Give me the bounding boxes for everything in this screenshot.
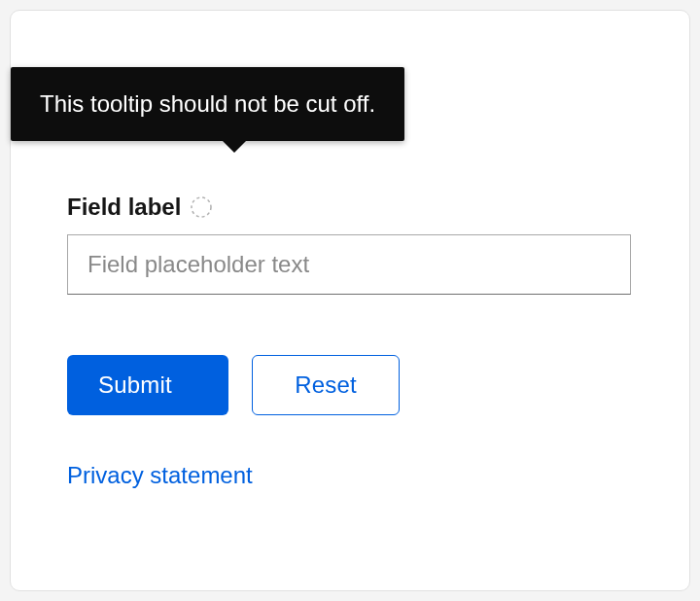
button-row: Submit Reset (67, 355, 689, 415)
help-icon[interactable] (191, 196, 212, 218)
tooltip: This tooltip should not be cut off. (11, 67, 404, 141)
submit-button[interactable]: Submit (67, 355, 228, 415)
field-label-row: Field label (67, 194, 689, 221)
svg-point-0 (192, 197, 211, 217)
form-card: This tooltip should not be cut off. Fiel… (10, 10, 690, 591)
privacy-link[interactable]: Privacy statement (67, 462, 253, 489)
tooltip-text: This tooltip should not be cut off. (40, 90, 375, 117)
reset-button[interactable]: Reset (252, 355, 400, 415)
field-label: Field label (67, 194, 181, 221)
text-input[interactable] (67, 234, 631, 295)
